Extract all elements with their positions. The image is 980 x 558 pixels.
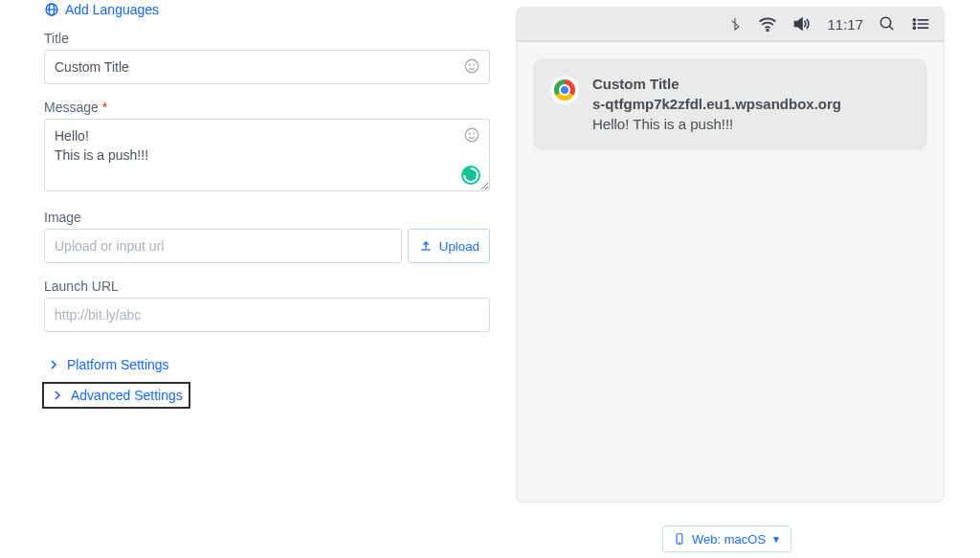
upload-icon bbox=[418, 238, 434, 254]
grammarly-icon[interactable] bbox=[461, 166, 480, 185]
list-icon bbox=[911, 16, 930, 32]
launch-url-field: Launch URL bbox=[44, 279, 490, 332]
globe-icon bbox=[44, 2, 59, 17]
svg-point-7 bbox=[474, 133, 475, 134]
emoji-icon[interactable] bbox=[463, 126, 480, 146]
svg-point-8 bbox=[768, 30, 769, 32]
svg-point-12 bbox=[913, 27, 915, 29]
web-platform-selector[interactable]: Web: macOS ▼ bbox=[662, 525, 791, 552]
title-input[interactable] bbox=[44, 50, 490, 84]
device-icon bbox=[673, 532, 686, 546]
search-icon bbox=[879, 15, 896, 33]
notification-body: Hello! This is a push!!! bbox=[592, 114, 841, 134]
form-panel: Add Languages Title Message* Image bbox=[44, 0, 490, 409]
svg-point-10 bbox=[913, 19, 915, 21]
notification-domain: s-qtfgmp7k2zfdl.eu1.wpsandbox.org bbox=[592, 94, 841, 114]
image-url-input[interactable] bbox=[44, 229, 402, 263]
launch-url-label: Launch URL bbox=[44, 279, 490, 294]
title-label: Title bbox=[44, 31, 490, 46]
volume-icon bbox=[792, 16, 812, 32]
message-label: Message* bbox=[44, 100, 490, 115]
message-input[interactable] bbox=[44, 119, 490, 191]
svg-point-11 bbox=[913, 23, 915, 25]
chevron-down-icon: ▼ bbox=[771, 534, 781, 545]
preview-body: Custom Title s-qtfgmp7k2zfdl.eu1.wpsandb… bbox=[517, 42, 944, 166]
platform-settings-toggle[interactable]: Platform Settings bbox=[44, 351, 171, 378]
svg-point-3 bbox=[469, 64, 470, 65]
chrome-icon bbox=[550, 76, 579, 104]
svg-point-5 bbox=[465, 128, 479, 142]
chevron-right-icon bbox=[50, 388, 65, 403]
add-languages-link[interactable]: Add Languages bbox=[44, 0, 490, 31]
required-mark: * bbox=[102, 100, 107, 115]
advanced-settings-toggle[interactable]: Advanced Settings bbox=[42, 382, 190, 409]
svg-point-4 bbox=[474, 64, 475, 65]
wifi-icon bbox=[758, 16, 777, 32]
notification-card: Custom Title s-qtfgmp7k2zfdl.eu1.wpsandb… bbox=[534, 59, 926, 148]
preview-panel: 11:17 Custom Title s-qtfgmp7k2zfdl.eu1.w… bbox=[516, 7, 945, 502]
upload-label: Upload bbox=[439, 239, 479, 254]
add-languages-label: Add Languages bbox=[65, 2, 159, 17]
emoji-icon[interactable] bbox=[463, 57, 480, 78]
chevron-right-icon bbox=[46, 357, 61, 372]
launch-url-input[interactable] bbox=[44, 298, 490, 332]
image-label: Image bbox=[44, 210, 490, 225]
preview-status-bar: 11:17 bbox=[517, 8, 944, 42]
svg-point-9 bbox=[880, 17, 891, 28]
bluetooth-icon bbox=[727, 16, 743, 32]
platform-settings-label: Platform Settings bbox=[67, 357, 169, 372]
advanced-settings-label: Advanced Settings bbox=[71, 388, 183, 403]
svg-point-6 bbox=[469, 133, 470, 134]
preview-time: 11:17 bbox=[827, 16, 863, 33]
web-platform-label: Web: macOS bbox=[692, 532, 766, 547]
message-field: Message* bbox=[44, 100, 490, 194]
svg-point-2 bbox=[465, 59, 479, 73]
notification-title: Custom Title bbox=[592, 74, 841, 94]
upload-button[interactable]: Upload bbox=[408, 229, 490, 263]
title-field: Title bbox=[44, 31, 490, 84]
notification-text: Custom Title s-qtfgmp7k2zfdl.eu1.wpsandb… bbox=[592, 74, 841, 134]
image-field: Image Upload bbox=[44, 210, 490, 263]
